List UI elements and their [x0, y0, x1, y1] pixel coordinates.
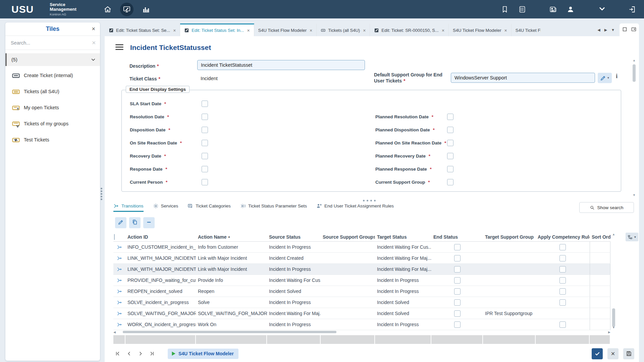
column-header-target-support-group[interactable]: Target Support Group — [483, 234, 536, 240]
table-row-0[interactable]: INFO_CUSTOMER_incident_in_pro...Info fro… — [113, 242, 610, 253]
column-header-source-status[interactable]: Source Status — [267, 234, 321, 240]
tile-item-1[interactable]: Tickets (all S4U) — [5, 83, 100, 100]
apply-competency-checkbox[interactable] — [559, 288, 566, 295]
planned-disposition-date-checkbox[interactable] — [447, 127, 453, 133]
tab-close-icon[interactable]: × — [247, 28, 250, 33]
bookmark-icon[interactable] — [500, 5, 509, 14]
table-row-6[interactable]: SOLVE_WAITING_FOR_MAJOR_IN...SOLVE_WAITI… — [113, 308, 610, 319]
end-status-checkbox[interactable] — [454, 255, 461, 261]
tile-item-4[interactable]: Test Tickets — [5, 132, 100, 148]
select-all-checkbox[interactable] — [114, 234, 115, 240]
apply-competency-checkbox[interactable] — [559, 321, 566, 328]
planned-on-site-reaction-date-checkbox[interactable] — [447, 140, 453, 146]
column-header-target-status[interactable]: Target Status — [375, 234, 431, 240]
chevron-down-icon[interactable] — [598, 5, 606, 14]
tab-4[interactable]: Edit: Ticket: SR-0000150, S...× — [370, 23, 449, 36]
sort-order-cell[interactable] — [590, 253, 610, 263]
tile-item-0[interactable]: Create Ticket (internal) — [5, 67, 100, 83]
table-hscroll-track[interactable] — [118, 331, 606, 334]
tab-close-icon[interactable]: × — [363, 28, 366, 33]
tile-item-2[interactable]: My open Tickets — [5, 100, 100, 116]
logout-menu-icon[interactable] — [597, 5, 606, 14]
tab-close-icon[interactable]: × — [310, 28, 312, 33]
tab-1[interactable]: Edit: Ticket Status Set: In...× — [180, 23, 254, 36]
table-row-1[interactable]: LINK_WITH_MAJOR_INCIDENT_N...Link with M… — [113, 253, 610, 264]
tab-2[interactable]: S4U Ticket Flow Modeler× — [254, 23, 317, 36]
scroll-up-icon[interactable]: ▲ — [633, 58, 636, 62]
maximize-icon[interactable] — [622, 26, 628, 34]
end-status-checkbox[interactable] — [454, 288, 461, 295]
info-icon[interactable]: i — [616, 72, 618, 80]
apply-competency-checkbox[interactable] — [559, 266, 566, 273]
cancel-button[interactable]: ✕ — [607, 348, 619, 359]
on-site-reaction-date-checkbox[interactable] — [202, 140, 208, 146]
home-icon[interactable] — [103, 5, 112, 14]
tab-scroll-right-icon[interactable]: ▶ — [604, 28, 607, 32]
sort-order-cell[interactable] — [590, 286, 610, 297]
table-vscroll-thumb[interactable] — [612, 308, 615, 327]
detail-tab-ticket-status-parameter-sets[interactable]: Ticket Status Parameter Sets — [240, 203, 307, 212]
panel-resize-handle-vertical[interactable] — [101, 188, 102, 201]
sidebar-close-icon[interactable]: × — [92, 25, 95, 33]
detail-tab-transitions[interactable]: Transitions — [113, 203, 144, 212]
end-status-checkbox[interactable] — [454, 244, 461, 250]
form-menu-icon[interactable] — [115, 44, 123, 51]
tab-scroll-left-icon[interactable]: ◀ — [597, 28, 600, 32]
tile-group-header[interactable]: (5) — [5, 53, 100, 66]
column-header-source-support-groups[interactable]: Source Support Groups — [321, 234, 375, 240]
table-row-5[interactable]: SOLVE_incident_in_progressSolveIncident … — [113, 297, 610, 308]
table-hscroll-thumb[interactable] — [123, 331, 336, 333]
scroll-up-icon[interactable]: ▲ — [612, 232, 615, 236]
form-scrollbar-thumb[interactable] — [633, 64, 636, 82]
dropdown-arrow-icon[interactable]: ▼ — [607, 76, 610, 79]
scroll-left-icon[interactable]: ◀ — [113, 330, 118, 334]
tab-close-icon[interactable]: × — [442, 28, 444, 33]
end-status-checkbox[interactable] — [454, 321, 461, 328]
panel-resize-handle-horizontal[interactable] — [363, 200, 378, 201]
detail-tab-services[interactable]: Services — [153, 203, 178, 212]
tab-5[interactable]: S4U Ticket Flow Modeler× — [449, 23, 512, 36]
save-button[interactable] — [623, 348, 634, 359]
tab-list-dropdown-icon[interactable]: ▼ — [611, 28, 615, 32]
resolution-date-checkbox[interactable] — [202, 114, 208, 120]
planned-recovery-date-checkbox[interactable] — [447, 153, 453, 159]
table-row-3[interactable]: PROVIDE_INFO_waiting_for_custo...Provide… — [113, 275, 610, 286]
apply-competency-checkbox[interactable] — [559, 255, 566, 261]
forms-icon[interactable] — [518, 5, 527, 14]
logout-icon[interactable] — [628, 5, 637, 14]
tab-0[interactable]: Edit: Ticket Status Set: Se...× — [105, 23, 180, 36]
sort-order-cell[interactable] — [590, 319, 610, 330]
tab-3[interactable]: Tickets (all S4U)× — [317, 23, 370, 36]
sort-order-cell[interactable] — [590, 275, 610, 286]
column-header-action-id[interactable]: Action ID — [125, 234, 196, 240]
flow-modeler-button[interactable]: S4U Ticket Flow Modeler — [168, 349, 238, 359]
sort-order-cell[interactable] — [590, 308, 610, 319]
response-date-checkbox[interactable] — [202, 166, 208, 172]
designer-icon[interactable] — [120, 3, 133, 16]
description-input[interactable] — [197, 60, 365, 70]
show-search-button[interactable]: Show search — [579, 202, 634, 213]
tab-close-icon[interactable]: × — [173, 28, 176, 33]
planned-resolution-date-checkbox[interactable] — [447, 114, 453, 120]
apply-competency-checkbox[interactable] — [559, 299, 566, 306]
end-status-checkbox[interactable] — [454, 310, 461, 317]
chart-icon[interactable] — [142, 5, 150, 14]
close-window-icon[interactable] — [631, 26, 637, 34]
end-status-checkbox[interactable] — [454, 299, 461, 306]
copy-transition-button[interactable] — [129, 217, 141, 228]
column-header-end-status[interactable]: End Status — [431, 234, 483, 240]
column-header-action-name[interactable]: Action Name▲ — [196, 234, 267, 240]
table-settings-button[interactable]: ▼ — [626, 233, 638, 241]
tab-close-icon[interactable]: × — [504, 28, 507, 33]
previous-page-icon[interactable] — [126, 351, 132, 357]
apply-competency-checkbox[interactable] — [559, 244, 566, 250]
remove-transition-button[interactable] — [143, 217, 155, 228]
confirm-button[interactable] — [592, 348, 603, 359]
table-row-7[interactable]: WORK_ON_incident_in_progressWork OnIncid… — [113, 319, 610, 330]
disposition-date-checkbox[interactable] — [202, 127, 208, 133]
edit-transition-button[interactable] — [115, 217, 126, 228]
sla-start-date-checkbox[interactable] — [202, 101, 208, 107]
search-clear-icon[interactable]: ✕ — [92, 40, 96, 46]
table-vscroll-track[interactable] — [611, 236, 616, 325]
user-icon[interactable] — [566, 5, 575, 14]
